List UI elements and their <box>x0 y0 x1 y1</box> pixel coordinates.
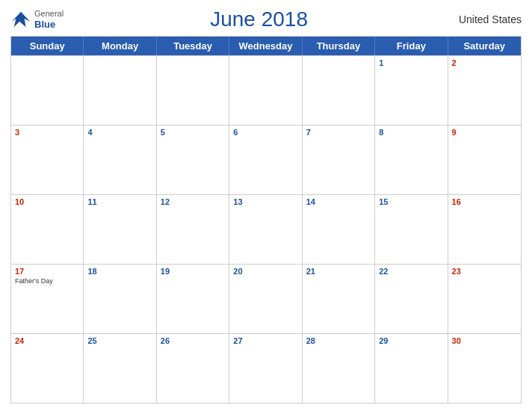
cell-number: 9 <box>452 128 517 137</box>
calendar-cell: 21 <box>303 265 375 333</box>
cell-number: 24 <box>15 336 79 345</box>
calendar-cell: 30 <box>448 334 521 403</box>
calendar-cell: 19 <box>157 265 229 333</box>
cell-number: 27 <box>233 336 297 345</box>
calendar-cell: 10 <box>11 195 84 264</box>
header-thursday: Thursday <box>303 37 375 55</box>
calendar-cell: 26 <box>157 334 229 403</box>
cell-number: 25 <box>87 336 152 345</box>
svg-marker-0 <box>12 12 30 28</box>
cell-number: 10 <box>15 197 79 206</box>
cell-number: 1 <box>379 58 443 67</box>
cell-number: 14 <box>306 197 371 206</box>
cell-number: 3 <box>15 128 79 137</box>
calendar-cell: 18 <box>84 265 156 333</box>
cell-number: 7 <box>306 128 371 137</box>
week-row-2: 3456789 <box>11 125 521 194</box>
cell-number: 6 <box>233 128 297 137</box>
cell-number: 13 <box>233 197 297 206</box>
logo-blue: Blue <box>34 19 64 31</box>
cell-number: 22 <box>379 267 443 276</box>
calendar-cell: 1 <box>375 56 448 125</box>
cell-number: 29 <box>379 336 443 345</box>
cell-number: 16 <box>452 197 517 206</box>
calendar-cell: 23 <box>448 265 521 333</box>
cell-number: 8 <box>379 128 443 137</box>
calendar-cell: 28 <box>303 334 375 403</box>
calendar-cell: 16 <box>448 195 521 264</box>
calendar-cell: 7 <box>303 126 375 194</box>
calendar-cell: 11 <box>84 195 156 264</box>
header-sunday: Sunday <box>11 37 84 55</box>
week-row-3: 10111213141516 <box>11 194 521 264</box>
calendar-page: General Blue June 2018 United States Sun… <box>0 0 532 411</box>
cell-number: 28 <box>306 336 371 345</box>
calendar-cell: 3 <box>11 126 84 194</box>
cell-number: 17 <box>15 267 79 276</box>
cell-number: 5 <box>161 128 225 137</box>
calendar-cell: 8 <box>375 126 448 194</box>
calendar-cell: 2 <box>448 56 521 125</box>
cell-number: 11 <box>87 197 152 206</box>
cell-number: 15 <box>379 197 443 206</box>
calendar-cell: 15 <box>375 195 448 264</box>
cell-number: 4 <box>87 128 152 137</box>
header: General Blue June 2018 United States <box>10 7 522 31</box>
week-row-5: 24252627282930 <box>11 333 521 403</box>
calendar-cell: 17Father's Day <box>11 265 84 333</box>
calendar-cell: 25 <box>84 334 156 403</box>
calendar-cell: 6 <box>229 126 302 194</box>
header-tuesday: Tuesday <box>157 37 229 55</box>
calendar-cell: 5 <box>157 126 229 194</box>
calendar-cell <box>303 56 375 125</box>
calendar-cell: 24 <box>11 334 84 403</box>
header-saturday: Saturday <box>448 37 521 55</box>
logo: General Blue <box>10 9 64 31</box>
week-row-1: 12 <box>11 55 521 125</box>
calendar-cell: 29 <box>375 334 448 403</box>
calendar-cell: 13 <box>229 195 302 264</box>
cell-event: Father's Day <box>15 277 79 285</box>
cell-number: 23 <box>452 267 517 276</box>
calendar-cell <box>11 56 84 125</box>
cell-number: 2 <box>452 58 517 67</box>
cell-number: 21 <box>306 267 371 276</box>
logo-general: General <box>34 9 64 19</box>
calendar-cell <box>84 56 156 125</box>
week-row-4: 17Father's Day181920212223 <box>11 264 521 333</box>
cell-number: 18 <box>87 267 152 276</box>
logo-text: General Blue <box>34 9 64 31</box>
header-monday: Monday <box>84 37 156 55</box>
weeks-container: 1234567891011121314151617Father's Day181… <box>11 55 521 403</box>
calendar-title: June 2018 <box>64 7 454 31</box>
day-headers-row: Sunday Monday Tuesday Wednesday Thursday… <box>11 37 521 55</box>
cell-number: 26 <box>161 336 225 345</box>
calendar-cell: 20 <box>229 265 302 333</box>
calendar-cell: 27 <box>229 334 302 403</box>
calendar-cell <box>229 56 302 125</box>
calendar-cell <box>157 56 229 125</box>
calendar-cell: 14 <box>303 195 375 264</box>
logo-bird-icon <box>10 9 31 30</box>
calendar-cell: 12 <box>157 195 229 264</box>
cell-number: 12 <box>161 197 225 206</box>
cell-number: 19 <box>161 267 225 276</box>
header-wednesday: Wednesday <box>229 37 302 55</box>
calendar-cell: 9 <box>448 126 521 194</box>
header-friday: Friday <box>375 37 448 55</box>
calendar-cell: 4 <box>84 126 156 194</box>
cell-number: 20 <box>233 267 297 276</box>
calendar-cell: 22 <box>375 265 448 333</box>
cell-number: 30 <box>452 336 517 345</box>
calendar-grid: Sunday Monday Tuesday Wednesday Thursday… <box>10 36 522 404</box>
country-label: United States <box>454 13 522 25</box>
